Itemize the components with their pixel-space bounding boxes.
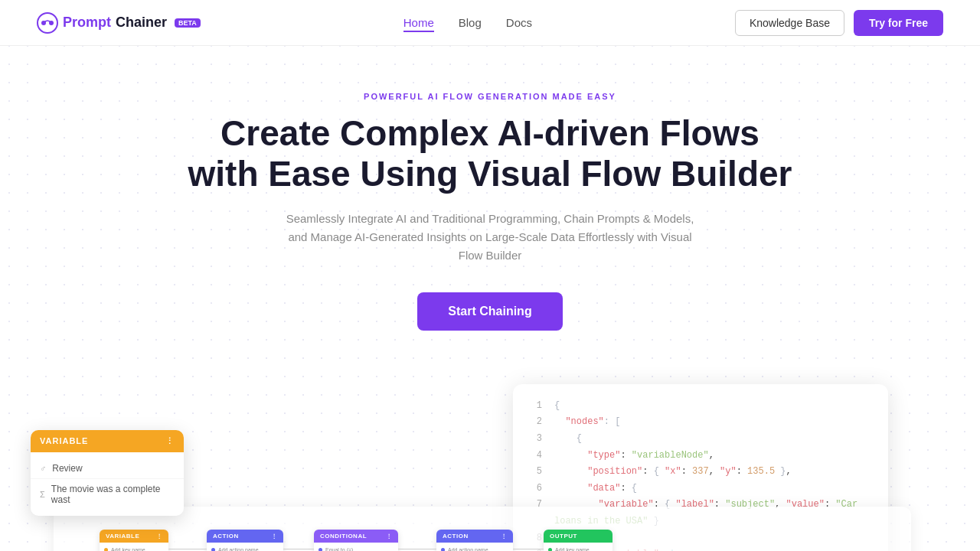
nav-actions: Knowledge Base Try for Free bbox=[735, 10, 943, 36]
demo-area: 1{ 2 "nodes": [ 3 { 4 "type": "variableN… bbox=[31, 384, 949, 551]
knowledge-base-button[interactable]: Knowledge Base bbox=[735, 10, 844, 36]
variable-row-text: Σ The movie was a complete wast bbox=[31, 479, 184, 510]
flow-canvas: VARIABLE ⋮ Add key name Add value VARIAB… bbox=[54, 507, 911, 551]
flow-node-conditional: CONDITIONAL ⋮ Equal to (=) Input Compari… bbox=[314, 530, 398, 551]
node-variable1-body: Add key name Add value bbox=[100, 543, 168, 551]
start-chaining-button[interactable]: Start Chaining bbox=[417, 292, 562, 331]
nav-blog[interactable]: Blog bbox=[459, 16, 482, 30]
node-variable1-header: VARIABLE ⋮ bbox=[100, 530, 168, 543]
node-field: Add action name bbox=[211, 546, 279, 551]
navbar: PromptChainerBETA Home Blog Docs Knowled… bbox=[0, 0, 980, 46]
variable-card-body: ♂ Review Σ The movie was a complete wast bbox=[31, 452, 184, 516]
node-action2-header: ACTION ⋮ bbox=[436, 530, 513, 543]
node-output-body: Add key name bbox=[544, 543, 612, 551]
variable-label-review: Review bbox=[52, 463, 82, 474]
flow-node-variable1: VARIABLE ⋮ Add key name Add value bbox=[100, 530, 168, 551]
hero-subtitle: Seamlessly Integrate AI and Traditional … bbox=[283, 210, 697, 265]
node-field: Add action name bbox=[441, 546, 508, 551]
flow-node-action2: ACTION ⋮ Add action name Add prompt Vari… bbox=[436, 530, 513, 551]
node-conditional-header: CONDITIONAL ⋮ bbox=[314, 530, 398, 543]
node-conditional-body: Equal to (=) Input Comparison Value True… bbox=[314, 543, 398, 551]
node-action1-body: Add action name Add prompt Variables Out… bbox=[207, 543, 283, 551]
node-field: Add key name bbox=[548, 546, 608, 551]
flow-node-action1: ACTION ⋮ Add action name Add prompt Vari… bbox=[207, 530, 283, 551]
variable-row-review: ♂ Review bbox=[31, 458, 184, 479]
node-field: Equal to (=) bbox=[318, 546, 394, 551]
node-output-header: OUTPUT bbox=[544, 530, 612, 543]
logo-prompt: Prompt bbox=[63, 15, 111, 31]
logo: PromptChainerBETA bbox=[37, 12, 201, 34]
node-action2-body: Add action name Add prompt Variables Out… bbox=[436, 543, 513, 551]
variable-floating-card: VARIABLE ⋮ ♂ Review Σ The movie was a co… bbox=[31, 430, 184, 516]
node-field: Add key name bbox=[104, 546, 164, 551]
hero-tag: POWERFUL AI FLOW GENERATION MADE EASY bbox=[15, 92, 965, 101]
connector-line bbox=[168, 549, 207, 549]
hero-title: Create Complex AI-driven Flows with Ease… bbox=[15, 113, 965, 194]
variable-card-header: VARIABLE ⋮ bbox=[31, 430, 184, 452]
variable-menu-icon[interactable]: ⋮ bbox=[165, 436, 175, 446]
flow-node-output: OUTPUT Add key name bbox=[544, 530, 612, 551]
logo-chainer: Chainer bbox=[116, 15, 167, 31]
connector-line bbox=[398, 549, 436, 549]
try-for-free-button[interactable]: Try for Free bbox=[854, 10, 943, 36]
logo-icon bbox=[37, 12, 58, 34]
node-menu-icon[interactable]: ⋮ bbox=[271, 533, 278, 540]
sum-icon: Σ bbox=[40, 490, 45, 499]
nav-docs[interactable]: Docs bbox=[506, 16, 532, 30]
svg-point-0 bbox=[38, 13, 57, 33]
hero-section: POWERFUL AI FLOW GENERATION MADE EASY Cr… bbox=[0, 46, 980, 354]
variable-label-text: The movie was a complete wast bbox=[51, 484, 175, 505]
node-menu-icon[interactable]: ⋮ bbox=[156, 533, 163, 540]
connector-line bbox=[283, 549, 314, 549]
nav-links: Home Blog Docs bbox=[403, 16, 532, 30]
node-action1-header: ACTION ⋮ bbox=[207, 530, 283, 543]
logo-beta-badge: BETA bbox=[175, 18, 201, 28]
node-menu-icon[interactable]: ⋮ bbox=[386, 533, 393, 540]
connector-line bbox=[513, 549, 544, 549]
nav-home[interactable]: Home bbox=[403, 16, 434, 30]
node-menu-icon[interactable]: ⋮ bbox=[501, 533, 508, 540]
gender-icon: ♂ bbox=[40, 464, 46, 473]
